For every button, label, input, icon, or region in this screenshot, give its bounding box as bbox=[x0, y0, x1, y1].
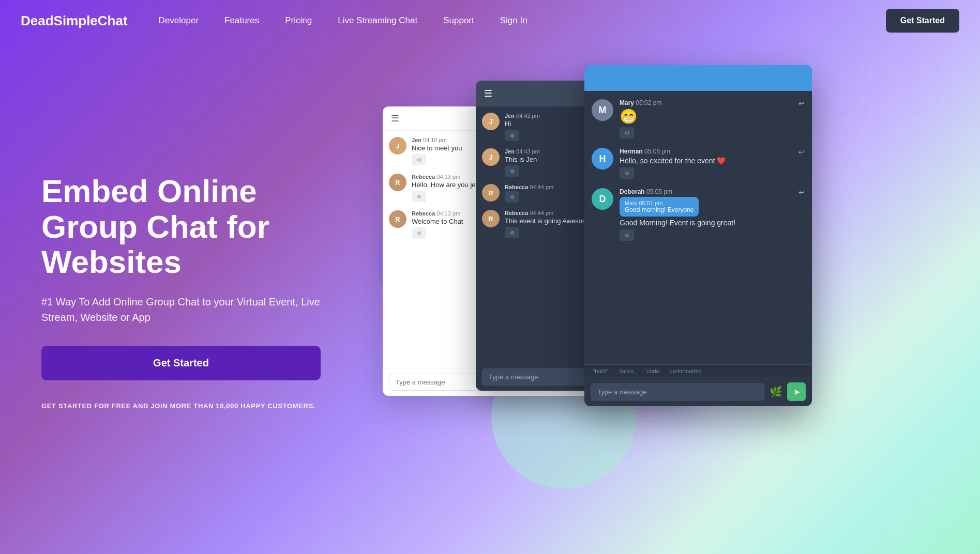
action-icon: ⚙ bbox=[620, 229, 634, 241]
chat-window-dark-front: M Mary 05:02 pm 😁 ⚙ ↩ H Herman 05:05 pm bbox=[584, 65, 812, 406]
toolbar-bold: *bold* bbox=[591, 367, 610, 375]
hero-headline: Embed Online Group Chat for Websites bbox=[41, 174, 321, 280]
avatar: J bbox=[389, 137, 406, 155]
message-actions: ⚙ bbox=[620, 167, 805, 179]
action-icon: ⚙ bbox=[620, 167, 634, 179]
table-row: M Mary 05:02 pm 😁 ⚙ ↩ bbox=[592, 99, 805, 138]
message-content: Deborah 05:05 pm Mary 05:01 pm Good morn… bbox=[620, 188, 805, 241]
chat3-input-area: Type a message 🌿 ➤ bbox=[584, 377, 812, 406]
table-row: H Herman 05:05 pm Hello, so excited for … bbox=[592, 148, 805, 179]
brand-logo[interactable]: DeadSimpleChat bbox=[21, 13, 128, 29]
action-icon: ⚙ bbox=[505, 130, 519, 141]
reply-icon: ↩ bbox=[798, 99, 805, 107]
hero-subheadline: #1 Way To Add Online Group Chat to your … bbox=[41, 294, 321, 325]
action-icon: ⚙ bbox=[505, 227, 519, 238]
chat3-input[interactable]: Type a message bbox=[591, 383, 764, 401]
toolbar-italics: _italics_ bbox=[614, 367, 639, 375]
table-row: D Deborah 05:05 pm Mary 05:01 pm Good mo… bbox=[592, 188, 805, 241]
avatar: R bbox=[389, 210, 406, 228]
reply-bubble: Mary 05:01 pm Good morning! Everyone bbox=[620, 197, 699, 217]
toolbar-code: `code` bbox=[643, 367, 663, 375]
reply-icon: ↩ bbox=[798, 188, 805, 196]
hero-chat-mockups: ☰ J Jen 04:10 pm Nice to meet you ⚙ bbox=[362, 65, 980, 530]
nav-support[interactable]: Support bbox=[443, 16, 474, 26]
main-nav: Developer Features Pricing Live Streamin… bbox=[159, 16, 886, 26]
avatar: R bbox=[482, 184, 500, 202]
action-icon: ⚙ bbox=[412, 154, 426, 165]
message-meta: Herman 05:05 pm bbox=[620, 148, 805, 155]
action-icon: ⚙ bbox=[412, 227, 426, 239]
nav-live-streaming-chat[interactable]: Live Streaming Chat bbox=[338, 16, 417, 26]
action-icon: ⚙ bbox=[505, 191, 519, 203]
message-text: Good Morning! Event is going great! bbox=[620, 219, 805, 227]
toolbar-preformatted: performatted bbox=[667, 367, 703, 375]
menu-icon: ☰ bbox=[391, 113, 399, 124]
chat3-header bbox=[584, 65, 812, 91]
hero-content: Embed Online Group Chat for Websites #1 … bbox=[0, 143, 362, 452]
avatar: R bbox=[389, 174, 406, 191]
chat3-toolbar: *bold* _italics_ `code` performatted bbox=[584, 364, 812, 377]
avatar: D bbox=[592, 188, 613, 210]
emoji-reaction: 😁 bbox=[620, 108, 805, 125]
message-actions: ⚙ bbox=[620, 127, 805, 138]
avatar: M bbox=[592, 99, 613, 121]
message-actions: ⚙ bbox=[620, 229, 805, 241]
action-icon: ⚙ bbox=[505, 165, 519, 177]
emoji-button[interactable]: 🌿 bbox=[768, 384, 783, 399]
message-meta: Mary 05:02 pm bbox=[620, 99, 805, 106]
reply-icon: ↩ bbox=[798, 148, 805, 156]
nav-features[interactable]: Features bbox=[224, 16, 259, 26]
send-button[interactable]: ➤ bbox=[787, 382, 806, 401]
action-icon: ⚙ bbox=[412, 191, 426, 202]
message-meta: Deborah 05:05 pm bbox=[620, 188, 805, 195]
avatar: J bbox=[482, 113, 500, 130]
nav-pricing[interactable]: Pricing bbox=[285, 16, 312, 26]
chat3-messages: M Mary 05:02 pm 😁 ⚙ ↩ H Herman 05:05 pm bbox=[584, 91, 812, 258]
header-get-started-button[interactable]: Get Started bbox=[886, 9, 959, 33]
message-text: Hello, so excited for the event ❤️ bbox=[620, 157, 805, 165]
nav-developer[interactable]: Developer bbox=[159, 16, 199, 26]
hero-note: GET STARTED FOR FREE AND JOIN MORE THAN … bbox=[41, 401, 321, 411]
action-icon: ⚙ bbox=[620, 127, 634, 138]
avatar: R bbox=[482, 210, 500, 227]
menu-icon: ☰ bbox=[484, 88, 492, 99]
avatar: J bbox=[482, 148, 500, 166]
nav-sign-in[interactable]: Sign In bbox=[500, 16, 527, 26]
hero-cta-button[interactable]: Get Started bbox=[41, 346, 321, 380]
message-content: Mary 05:02 pm 😁 ⚙ bbox=[620, 99, 805, 138]
avatar: H bbox=[592, 148, 613, 170]
message-content: Herman 05:05 pm Hello, so excited for th… bbox=[620, 148, 805, 179]
